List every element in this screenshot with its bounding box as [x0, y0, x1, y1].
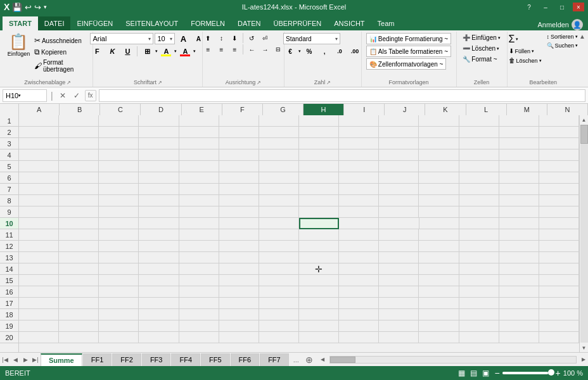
cell-n14[interactable] [539, 263, 579, 275]
sheet-tab-more[interactable]: ... [290, 356, 303, 364]
cell-l20[interactable] [459, 332, 499, 343]
cell-j9[interactable] [379, 206, 419, 218]
cell-b10[interactable] [59, 218, 99, 229]
cell-l18[interactable] [459, 309, 499, 320]
clear-chevron[interactable]: ▾ [539, 58, 542, 63]
cell-l10[interactable] [459, 218, 499, 229]
col-header-j[interactable]: J [385, 104, 425, 115]
cell-a4[interactable] [19, 149, 59, 161]
cell-i19[interactable] [339, 320, 379, 332]
cell-f20[interactable] [219, 332, 259, 343]
row-header-19[interactable]: 19 [0, 320, 18, 332]
percent-button[interactable]: % [302, 46, 316, 57]
row-header-2[interactable]: 2 [0, 127, 18, 138]
row-header-4[interactable]: 4 [0, 149, 18, 161]
fill-chevron[interactable]: ▾ [532, 49, 534, 54]
cell-b1[interactable] [59, 115, 99, 127]
cell-n1[interactable] [539, 115, 579, 127]
row-header-6[interactable]: 6 [0, 172, 18, 184]
cell-d9[interactable] [139, 206, 179, 218]
cell-c7[interactable] [99, 184, 139, 195]
cell-m5[interactable] [499, 161, 539, 172]
cell-f5[interactable] [219, 161, 259, 172]
cell-i20[interactable] [339, 332, 379, 343]
cell-h7[interactable] [299, 184, 339, 195]
cell-c2[interactable] [99, 127, 139, 138]
zellenformatvorlagen-button[interactable]: 🎨 Zellenformatvorlagen ~ [366, 58, 447, 70]
cell-g13[interactable] [259, 252, 299, 263]
cell-m17[interactable] [499, 298, 539, 309]
cell-j6[interactable] [379, 172, 419, 184]
cell-m16[interactable] [499, 286, 539, 298]
row-header-15[interactable]: 15 [0, 275, 18, 286]
cell-j17[interactable] [379, 298, 419, 309]
scroll-thumb[interactable] [580, 125, 588, 144]
tab-ueberprufen[interactable]: ÜBERPRÜFEN [267, 16, 328, 30]
summe-button[interactable]: Σ ▾ [507, 33, 544, 46]
tab-ansicht[interactable]: ANSICHT [328, 16, 371, 30]
sheet-tab-ff7[interactable]: FF7 [260, 353, 289, 366]
cell-reference[interactable]: H10 ▾ [3, 89, 47, 102]
cell-h20[interactable] [299, 332, 339, 343]
cell-a14[interactable] [19, 263, 59, 275]
cell-k19[interactable] [419, 320, 459, 332]
cell-a5[interactable] [19, 161, 59, 172]
cell-d7[interactable] [139, 184, 179, 195]
cell-i16[interactable] [339, 286, 379, 298]
vertical-scrollbar[interactable]: ▲ ▼ [579, 115, 588, 352]
cell-i14[interactable] [339, 263, 379, 275]
cell-g7[interactable] [259, 184, 299, 195]
cell-g9[interactable] [259, 206, 299, 218]
cell-d12[interactable] [139, 241, 179, 252]
cell-m9[interactable] [499, 206, 539, 218]
cell-l2[interactable] [459, 127, 499, 138]
cell-h4[interactable] [299, 149, 339, 161]
cell-l8[interactable] [459, 195, 499, 206]
cell-h14[interactable]: ✛ [299, 263, 339, 275]
font-size-dropdown[interactable]: 10 ▾ [155, 33, 175, 44]
cell-n12[interactable] [539, 241, 579, 252]
cell-f8[interactable] [219, 195, 259, 206]
delete-cells-chevron[interactable]: ▾ [497, 46, 499, 51]
cell-f10[interactable] [219, 218, 259, 229]
cell-k4[interactable] [419, 149, 459, 161]
cell-e12[interactable] [179, 241, 219, 252]
cell-b12[interactable] [59, 241, 99, 252]
fill-color-chevron[interactable]: ▾ [174, 49, 177, 54]
cell-d19[interactable] [139, 320, 179, 332]
cell-n5[interactable] [539, 161, 579, 172]
cell-e16[interactable] [179, 286, 219, 298]
cell-g5[interactable] [259, 161, 299, 172]
cell-n11[interactable] [539, 229, 579, 241]
text-direction-button[interactable]: ↺ [245, 33, 258, 43]
col-header-h[interactable]: H [304, 104, 344, 115]
cell-m11[interactable] [499, 229, 539, 241]
cell-k12[interactable] [419, 241, 459, 252]
collapse-ribbon-button[interactable]: ▲ [579, 32, 585, 87]
cell-c14[interactable] [99, 263, 139, 275]
cell-l11[interactable] [459, 229, 499, 241]
suchen-button[interactable]: 🔍 Suchen ▾ [545, 42, 580, 49]
cell-l15[interactable] [459, 275, 499, 286]
cell-n8[interactable] [539, 195, 579, 206]
cell-c20[interactable] [99, 332, 139, 343]
cell-j4[interactable] [379, 149, 419, 161]
cell-l16[interactable] [459, 286, 499, 298]
cell-i6[interactable] [339, 172, 379, 184]
col-header-g[interactable]: G [263, 104, 304, 115]
cell-h19[interactable] [299, 320, 339, 332]
cell-j18[interactable] [379, 309, 419, 320]
decrease-decimal-button[interactable]: .00 [348, 46, 362, 57]
number-format-dropdown[interactable]: Standard ▾ [283, 33, 340, 44]
row-header-3[interactable]: 3 [0, 138, 18, 149]
cell-g11[interactable] [259, 229, 299, 241]
cell-h9[interactable] [299, 206, 339, 218]
cell-m2[interactable] [499, 127, 539, 138]
cell-e8[interactable] [179, 195, 219, 206]
cell-d4[interactable] [139, 149, 179, 161]
cell-a18[interactable] [19, 309, 59, 320]
cell-m18[interactable] [499, 309, 539, 320]
cell-e9[interactable] [179, 206, 219, 218]
cell-h1[interactable] [299, 115, 339, 127]
cell-j13[interactable] [379, 252, 419, 263]
